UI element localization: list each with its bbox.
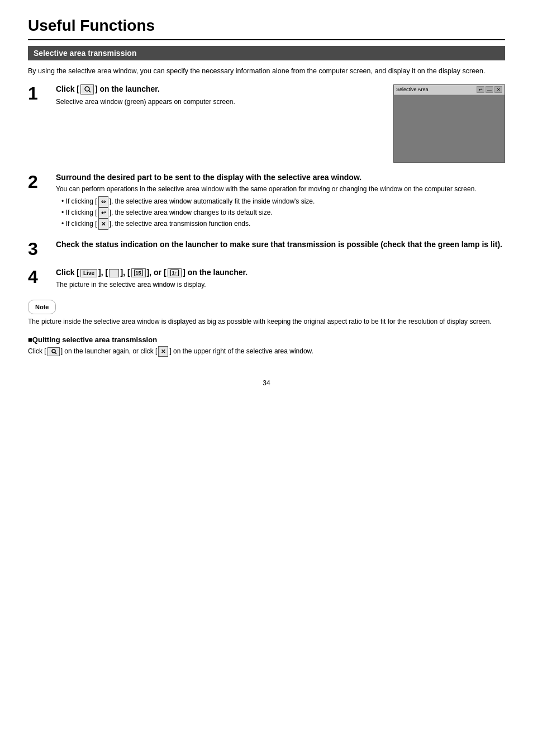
end-transmission-btn[interactable]: ✕ [98,219,108,230]
svg-line-3 [55,352,56,354]
quit-launcher-icon [50,348,57,355]
step-3-number: 3 [28,240,56,258]
preview-buttons: ↩ — ✕ [477,86,502,93]
step-2-desc: You can perform operations in the select… [56,184,505,194]
live-btn[interactable]: Live [80,269,97,277]
blank-btn[interactable] [109,269,119,277]
quitting-section: ■Quitting selective area transmission Cl… [28,336,505,357]
preview-body [394,95,505,162]
fit-window-btn[interactable]: ⇔ [98,196,108,207]
steps-area: 1 Click [ ] on the launcher. Selective a… [28,84,505,290]
step-4-number: 4 [28,268,56,286]
preview-btn-minimize[interactable]: — [486,86,493,93]
default-size-btn[interactable]: ↩ [98,207,108,219]
preview-titlebar: Selective Area ↩ — ✕ [394,85,505,95]
bullet-1: If clicking [⇔], the selective area wind… [56,196,505,207]
selective-area-icon [83,86,91,93]
selective-area-window: Selective Area ↩ — ✕ [393,84,505,163]
frame1up-btn[interactable]: 1↑ [168,268,182,277]
step-1-desc: Selective area window (green) appears on… [56,97,382,107]
bullet-2: If clicking [↩], the selective area wind… [56,207,505,219]
step-2: 2 Surround the desired part to be sent t… [28,173,505,230]
step-1-preview: Selective Area ↩ — ✕ [393,84,505,163]
preview-btn-close[interactable]: ✕ [494,86,502,93]
step-4-title: Click [Live], [ ], [ 15 ], or [ 1↑ ] on … [56,268,505,277]
step1-icon-btn[interactable] [80,84,94,94]
page-number: 34 [28,379,505,387]
svg-point-0 [85,87,89,91]
note-text: The picture inside the selective area wi… [28,316,505,327]
page-title: Useful Functions [28,17,505,40]
quit-launcher-btn[interactable] [47,347,60,356]
quitting-title: ■Quitting selective area transmission [28,336,505,344]
step-1-title: Click [ ] on the launcher. [56,84,382,94]
step-4-desc: The picture in the selective area window… [56,280,505,290]
note-section: Note The picture inside the selective ar… [28,300,505,327]
step-2-title: Surround the desired part to be sent to … [56,173,505,182]
step-3-content: Check the status indication on the launc… [56,240,505,251]
step-3: 3 Check the status indication on the lau… [28,240,505,258]
step-1-content: Click [ ] on the launcher. Selective are… [56,84,505,163]
quit-close-btn[interactable]: ✕ [158,346,168,357]
step-2-bullets: If clicking [⇔], the selective area wind… [56,196,505,230]
preview-title-label: Selective Area [396,87,429,92]
note-label: Note [28,300,56,314]
svg-point-2 [52,349,55,353]
step-4-content: Click [Live], [ ], [ 15 ], or [ 1↑ ] on … [56,268,505,290]
bullet-3: If clicking [✕], the selective area tran… [56,219,505,230]
section-header: Selective area transmission [28,46,505,60]
step-1-number: 1 [28,84,56,102]
intro-text: By using the selective area window, you … [28,66,505,77]
svg-line-1 [89,91,91,92]
step-1: 1 Click [ ] on the launcher. Selective a… [28,84,505,163]
step-2-content: Surround the desired part to be sent to … [56,173,505,230]
step-2-number: 2 [28,173,56,191]
frame15-btn[interactable]: 15 [131,268,146,277]
quitting-content: Click [ ] on the launcher again, or clic… [28,346,505,357]
step-3-title: Check the status indication on the launc… [56,240,505,249]
preview-btn-restore[interactable]: ↩ [477,86,484,93]
step-4: 4 Click [Live], [ ], [ 15 ], or [ 1↑ ] o… [28,268,505,290]
